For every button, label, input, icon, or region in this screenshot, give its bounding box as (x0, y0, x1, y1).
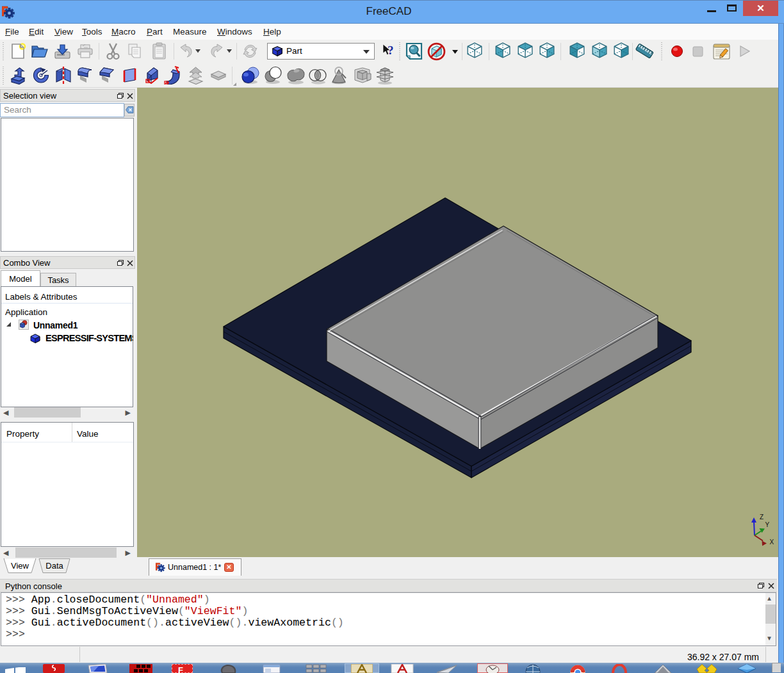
svg-text:X: X (770, 539, 774, 546)
svg-text:Y: Y (765, 521, 770, 528)
svg-text:?: ? (388, 44, 394, 57)
svg-text:Z: Z (760, 514, 764, 521)
svg-text:Data: Data (45, 561, 63, 571)
svg-text:View: View (11, 561, 29, 571)
